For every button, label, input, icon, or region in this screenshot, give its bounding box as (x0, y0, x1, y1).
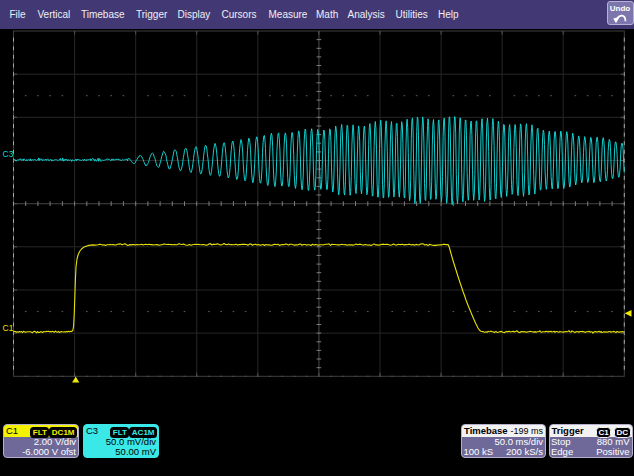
svg-text:C3: C3 (3, 149, 14, 159)
svg-text:C1: C1 (3, 323, 14, 333)
